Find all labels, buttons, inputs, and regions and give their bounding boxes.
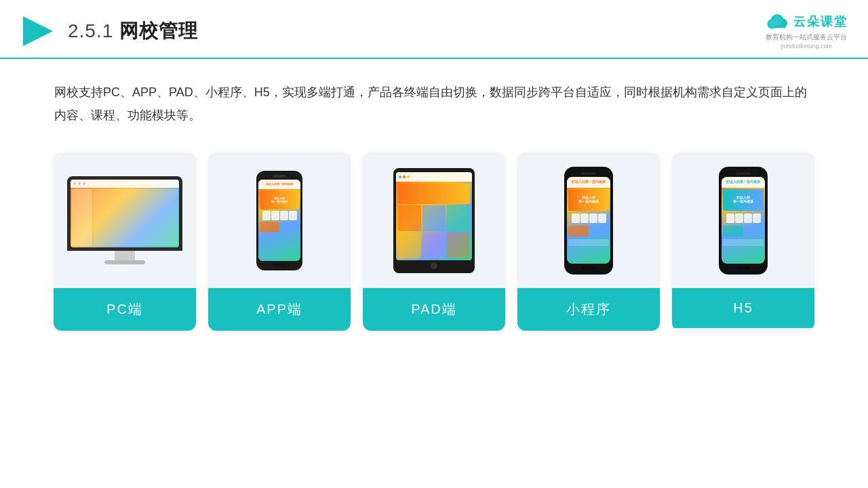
svg-marker-0 — [23, 16, 53, 46]
card-miniprogram-label: 小程序 — [517, 288, 660, 331]
logo-brand-text: 云朵课堂 — [793, 14, 848, 30]
card-h5-image: 职达人的第一堂均规课 职达人的第一堂均规课 — [672, 152, 814, 288]
card-app-image: 职达人的第一堂均规课 职达人的第一堂均规课 — [208, 152, 351, 288]
logo-cloud: 云朵课堂 — [765, 12, 848, 31]
card-pad-label: PAD端 — [363, 288, 505, 331]
description-content: 网校支持PC、APP、PAD、小程序、H5，实现多端打通，产品各终端自由切换，数… — [54, 85, 807, 122]
card-pad-image — [363, 152, 505, 288]
play-icon — [20, 14, 56, 49]
page-title-number: 2.5.1 — [68, 20, 113, 41]
card-pc-image — [54, 152, 196, 288]
platform-cards: PC端 职达人的第一堂均规课 职达人的第一堂均规课 — [0, 140, 868, 331]
logo-url: yunduoketang.com — [781, 43, 832, 49]
card-h5: 职达人的第一堂均规课 职达人的第一堂均规课 — [672, 152, 814, 331]
card-app-label: APP端 — [208, 288, 351, 331]
logo-tagline: 教育机构一站式服务云平台 — [766, 33, 847, 42]
card-h5-label: H5 — [672, 288, 814, 328]
page-title: 2.5.1 网校管理 — [68, 18, 198, 44]
card-app: 职达人的第一堂均规课 职达人的第一堂均规课 — [208, 152, 351, 331]
phone-mockup-h5: 职达人的第一堂均规课 职达人的第一堂均规课 — [719, 167, 768, 274]
tablet-mockup — [393, 168, 475, 273]
pc-monitor — [67, 176, 182, 264]
description-text: 网校支持PC、APP、PAD、小程序、H5，实现多端打通，产品各终端自由切换，数… — [0, 59, 868, 140]
card-miniprogram: 职达人的第一堂均规课 职达人的第一堂均规课 — [517, 152, 660, 331]
header-left: 2.5.1 网校管理 — [20, 14, 198, 49]
cloud-icon — [765, 12, 789, 31]
phone-mockup-miniprogram: 职达人的第一堂均规课 职达人的第一堂均规课 — [564, 167, 613, 274]
phone-mockup-app: 职达人的第一堂均规课 职达人的第一堂均规课 — [256, 171, 302, 270]
card-pc-label: PC端 — [54, 288, 196, 331]
logo-area: 云朵课堂 教育机构一站式服务云平台 yunduoketang.com — [765, 12, 848, 49]
card-pad: PAD端 — [363, 152, 505, 331]
page-title-text: 网校管理 — [119, 20, 198, 41]
page-header: 2.5.1 网校管理 云朵课堂 教育机构一站式服务云平台 yunduoketan… — [0, 0, 868, 59]
card-miniprogram-image: 职达人的第一堂均规课 职达人的第一堂均规课 — [517, 152, 660, 288]
card-pc: PC端 — [54, 152, 196, 331]
svg-point-6 — [772, 16, 782, 25]
